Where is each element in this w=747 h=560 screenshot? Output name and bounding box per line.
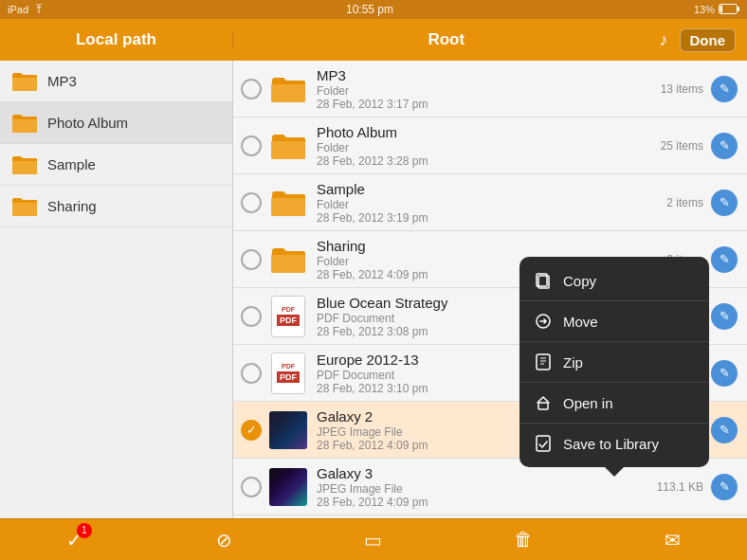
file-name-photo-album: Photo Album [317, 124, 653, 140]
edit-europe-button[interactable] [711, 360, 738, 387]
status-right: 13% [694, 4, 739, 16]
trash-icon: 🗑 [514, 529, 533, 551]
context-menu-open-in[interactable]: Open in [519, 383, 709, 424]
file-thumb-blue-ocean: PDF PDF [269, 298, 307, 335]
radio-sharing[interactable] [241, 249, 262, 270]
status-left: iPad [8, 4, 46, 15]
move-icon [533, 311, 554, 332]
mail-icon: ✉ [665, 529, 681, 551]
svg-point-0 [38, 11, 40, 13]
toolbar-trash-button[interactable]: 🗑 [502, 519, 544, 561]
file-meta-photo-album: Folder 28 Feb, 2012 3:28 pm [317, 141, 653, 168]
file-thumb-europe: PDF PDF [269, 354, 307, 392]
file-name-galaxy3: Galaxy 3 [317, 465, 649, 481]
pdf-icon-blue-ocean: PDF PDF [271, 296, 305, 337]
file-thumb-sharing [269, 241, 307, 279]
file-info-mp3: MP3 Folder 28 Feb, 2012 3:17 pm [317, 67, 653, 111]
file-row-galaxy2[interactable]: Galaxy 2 JPEG Image File 28 Feb, 2012 4:… [233, 402, 747, 459]
file-row-photo-album[interactable]: Photo Album Folder 28 Feb, 2012 3:28 pm … [233, 117, 747, 174]
file-size-galaxy3: 113.1 KB [649, 480, 703, 494]
edit-galaxy3-button[interactable] [711, 474, 738, 500]
file-name-mp3: MP3 [317, 67, 653, 83]
file-size-mp3: 13 items [653, 82, 703, 96]
context-copy-label: Copy [563, 273, 596, 289]
file-thumb-mp3 [269, 70, 307, 108]
sidebar-item-sharing-label: Sharing [47, 198, 97, 214]
file-row-sample[interactable]: Sample Folder 28 Feb, 2012 3:19 pm 2 ite… [233, 174, 747, 231]
status-time: 10:55 pm [346, 3, 393, 16]
edit-blue-ocean-button[interactable] [711, 303, 738, 330]
header-left-title: Local path [0, 30, 233, 49]
header: Local path Root ♪ Done [0, 19, 747, 61]
context-save-label: Save to Library [563, 436, 659, 452]
context-menu-save[interactable]: Save to Library [519, 424, 709, 463]
file-list: MP3 Folder 28 Feb, 2012 3:17 pm 13 items… [233, 61, 747, 518]
zip-icon [533, 352, 554, 372]
folder-icon [11, 113, 38, 134]
sidebar-item-sample-label: Sample [47, 156, 96, 172]
context-zip-label: Zip [563, 354, 583, 370]
save-icon [533, 433, 554, 454]
file-row-galaxy3[interactable]: Galaxy 3 JPEG Image File 28 Feb, 2012 4:… [233, 459, 747, 515]
toolbar-check-button[interactable]: 1 ✓ [54, 519, 96, 561]
sidebar-item-photo-album[interactable]: Photo Album [0, 102, 232, 144]
file-thumb-sample [269, 184, 307, 222]
context-menu-copy[interactable]: Copy [519, 261, 709, 301]
battery-icon [719, 4, 739, 16]
wifi-icon [32, 4, 46, 15]
file-name-sample: Sample [317, 181, 659, 197]
toolbar-badge: 1 [77, 523, 92, 538]
pdf-icon-europe: PDF PDF [271, 352, 305, 394]
toolbar-no-entry-button[interactable]: ⊘ [203, 519, 245, 561]
folder-icon [11, 71, 38, 92]
edit-sharing-button[interactable] [711, 246, 738, 273]
svg-rect-12 [537, 436, 550, 451]
svg-rect-11 [538, 403, 548, 409]
carrier-label: iPad [8, 4, 28, 15]
battery-percent: 13% [694, 4, 715, 15]
sidebar-item-mp3[interactable]: MP3 [0, 61, 232, 102]
context-menu-move[interactable]: Move [519, 301, 709, 342]
sidebar: MP3 Photo Album Sample [0, 61, 233, 518]
copy-icon [533, 270, 554, 291]
radio-galaxy2[interactable] [241, 420, 262, 441]
radio-europe[interactable] [241, 363, 262, 384]
radio-mp3[interactable] [241, 79, 262, 99]
file-info-photo-album: Photo Album Folder 28 Feb, 2012 3:28 pm [317, 124, 653, 168]
radio-galaxy3[interactable] [241, 477, 262, 497]
done-button[interactable]: Done [680, 28, 737, 52]
toolbar-display-button[interactable]: ▭ [353, 519, 394, 561]
file-meta-galaxy3: JPEG Image File 28 Feb, 2012 4:09 pm [317, 482, 649, 509]
radio-blue-ocean[interactable] [241, 306, 262, 327]
file-thumb-galaxy3 [269, 468, 307, 506]
music-icon: ♪ [660, 30, 668, 50]
galaxy3-image [269, 468, 307, 506]
bottom-toolbar: 1 ✓ ⊘ ▭ 🗑 ✉ [0, 518, 747, 560]
file-thumb-galaxy2 [269, 411, 307, 449]
radio-photo-album[interactable] [241, 135, 262, 156]
context-menu-zip[interactable]: Zip [519, 342, 709, 383]
file-meta-sample: Folder 28 Feb, 2012 3:19 pm [317, 198, 659, 225]
sidebar-item-mp3-label: MP3 [47, 73, 77, 89]
file-meta-mp3: Folder 28 Feb, 2012 3:17 pm [317, 84, 653, 111]
open-in-icon [533, 392, 554, 413]
sidebar-item-sample[interactable]: Sample [0, 144, 232, 186]
sidebar-item-sharing[interactable]: Sharing [0, 186, 232, 227]
main-content: MP3 Photo Album Sample [0, 61, 747, 518]
radio-sample[interactable] [241, 192, 262, 213]
edit-photo-album-button[interactable] [711, 133, 738, 159]
context-move-label: Move [563, 314, 598, 330]
svg-rect-3 [738, 7, 739, 11]
status-bar: iPad 10:55 pm 13% [0, 0, 747, 19]
file-row-mp3[interactable]: MP3 Folder 28 Feb, 2012 3:17 pm 13 items [233, 61, 747, 117]
file-size-photo-album: 25 items [653, 139, 703, 153]
header-center-title: Root [233, 30, 660, 49]
file-thumb-photo-album [269, 127, 307, 165]
display-icon: ▭ [364, 529, 382, 551]
context-open-in-label: Open in [563, 395, 613, 411]
toolbar-mail-button[interactable]: ✉ [651, 519, 693, 561]
file-name-sharing: Sharing [317, 238, 659, 254]
edit-galaxy2-button[interactable] [711, 417, 738, 443]
edit-sample-button[interactable] [711, 190, 738, 216]
edit-mp3-button[interactable] [711, 76, 738, 102]
